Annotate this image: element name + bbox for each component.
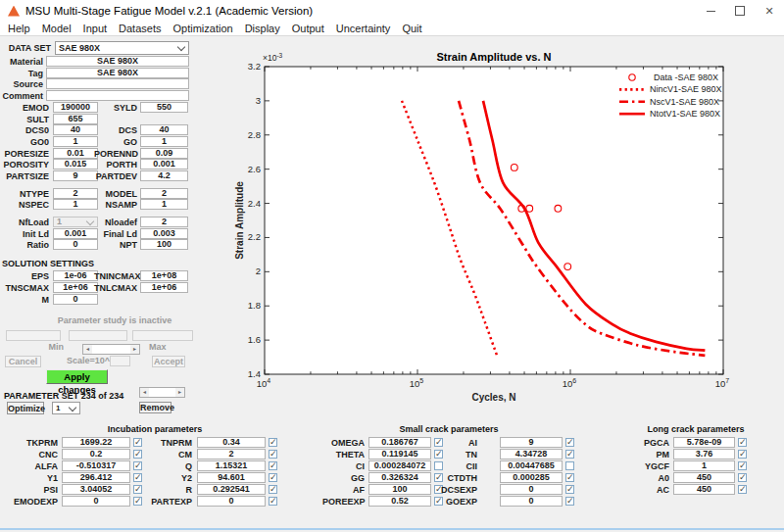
field-Y1[interactable]: 296.412 [62,472,130,483]
optimize-button[interactable]: Optimize [7,402,44,414]
field-POROSITY[interactable]: 0.015 [53,159,98,169]
scale-exponent-field[interactable] [110,356,130,366]
apply-changes-button[interactable]: Apply changes [46,369,108,384]
checkbox-AC[interactable] [738,485,747,494]
field-SYLD[interactable]: 550 [140,102,188,113]
close-button[interactable]: ✕ [755,0,784,22]
menu-help[interactable]: Help [3,23,35,34]
field-PSI[interactable]: 3.04052 [62,484,130,495]
field-AF[interactable]: 100 [368,484,431,495]
field-NSAMP[interactable]: 1 [140,199,188,210]
field-Final Ld[interactable]: 0.003 [140,228,188,239]
param-study-field-3[interactable] [132,330,193,341]
field-TNSCMAX[interactable]: 1e+06 [53,282,98,293]
paramset-left-arrow-icon[interactable]: ◂ [140,388,149,397]
field-NPT[interactable]: 100 [140,239,188,250]
slider-left-arrow-icon[interactable]: ◂ [83,345,92,354]
menu-display[interactable]: Display [240,23,285,34]
field-ALFA[interactable]: -0.510317 [62,460,130,471]
field-AC[interactable]: 450 [673,484,735,495]
field-R[interactable]: 0.292541 [197,484,266,495]
field-PARTEXP[interactable]: 0 [197,496,266,507]
maximize-button[interactable] [725,0,755,22]
checkbox-ALFA[interactable] [133,461,142,470]
menu-datasets[interactable]: Datasets [114,23,166,34]
checkbox-TNPRM[interactable] [269,438,277,447]
menu-optimization[interactable]: Optimization [168,23,237,34]
field-CNC[interactable]: 0.2 [62,449,130,459]
checkbox-CTDTH[interactable] [565,473,574,482]
field-CII[interactable]: 0.00447685 [500,460,563,471]
checkbox-CII[interactable] [565,461,574,470]
field-PORENND[interactable]: 0.09 [140,148,188,159]
checkbox-YGCF[interactable] [738,461,747,470]
field-AI[interactable]: 9 [500,437,563,448]
checkbox-CM[interactable] [269,450,277,459]
menu-output[interactable]: Output [287,23,329,34]
field-EMOD[interactable]: 190000 [53,102,98,113]
field-Nloadef[interactable]: 2 [140,217,188,227]
param-study-field-2[interactable] [69,330,127,341]
field-Y2[interactable]: 94.601 [197,472,266,483]
field-M[interactable]: 0 [53,294,98,305]
field-Init Ld[interactable]: 0.001 [53,228,98,239]
field-DCS[interactable]: 40 [140,124,188,135]
parameter-set-slider[interactable]: ◂ ▸ [139,387,185,398]
field-NSPEC[interactable]: 1 [53,199,98,210]
field-Ratio[interactable]: 0 [53,239,98,250]
menu-quit[interactable]: Quit [397,23,426,34]
checkbox-TN[interactable] [565,450,574,459]
field-EMODEXP[interactable]: 0 [62,496,130,507]
field-PGCA[interactable]: 5.78e-09 [673,437,735,448]
field-GO[interactable]: 1 [140,136,188,147]
checkbox-GOEXP[interactable] [565,497,574,506]
field-Comment[interactable] [46,90,189,101]
field-DCSEXP[interactable]: 0 [500,484,563,495]
field-Tag[interactable]: SAE 980X [46,68,189,78]
checkbox-R[interactable] [269,485,277,494]
checkbox-PSI[interactable] [133,485,142,494]
dropdown-NfLoad[interactable]: 1 [53,217,98,227]
field-YGCF[interactable]: 1 [673,460,735,471]
checkbox-Q[interactable] [269,461,277,470]
checkbox-DCSEXP[interactable] [565,485,574,494]
dataset-dropdown[interactable]: SAE 980X [55,41,189,55]
field-PARTDEV[interactable]: 4.2 [140,170,188,181]
checkbox-PARTEXP[interactable] [269,497,277,506]
field-CI[interactable]: 0.000284072 [368,460,431,471]
field-EPS[interactable]: 1e-06 [53,270,98,281]
param-study-field-1[interactable] [6,330,61,341]
field-Source[interactable] [46,78,189,89]
field-PORESIZE[interactable]: 0.01 [53,148,98,159]
field-NTYPE[interactable]: 2 [53,188,98,199]
field-CTDTH[interactable]: 0.000285 [500,472,563,483]
field-THETA[interactable]: 0.119145 [368,449,431,459]
field-GG[interactable]: 0.326324 [368,472,431,483]
cancel-button[interactable]: Cancel [5,356,41,367]
checkbox-PGCA[interactable] [738,438,747,447]
checkbox-EMODEXP[interactable] [133,497,142,506]
field-PARTSIZE[interactable]: 9 [53,170,98,181]
field-OMEGA[interactable]: 0.186767 [368,437,431,448]
checkbox-TKPRM[interactable] [133,438,142,447]
field-MODEL[interactable]: 2 [140,188,188,199]
paramset-right-arrow-icon[interactable]: ▸ [175,388,184,397]
field-DCS0[interactable]: 40 [53,124,98,135]
menu-uncertainty[interactable]: Uncertainty [331,23,396,34]
field-GO0[interactable]: 1 [53,136,98,147]
accept-button[interactable]: Accept [152,356,185,367]
field-TKPRM[interactable]: 1699.22 [62,437,130,448]
field-A0[interactable]: 450 [673,472,735,483]
param-study-slider[interactable]: ◂ ▸ [82,344,140,355]
checkbox-CNC[interactable] [133,450,142,459]
field-TNINCMAX[interactable]: 1e+08 [140,270,188,281]
field-TNPRM[interactable]: 0.34 [197,437,266,448]
checkbox-PM[interactable] [738,450,747,459]
field-CM[interactable]: 2 [197,449,266,459]
field-GOEXP[interactable]: 0 [500,496,563,507]
checkbox-AI[interactable] [565,438,574,447]
checkbox-A0[interactable] [738,473,747,482]
field-TN[interactable]: 4.34728 [500,449,563,459]
field-Q[interactable]: 1.15321 [197,460,266,471]
field-Material[interactable]: SAE 980X [46,56,189,67]
